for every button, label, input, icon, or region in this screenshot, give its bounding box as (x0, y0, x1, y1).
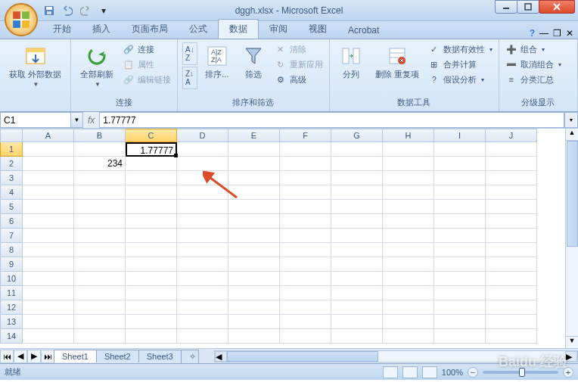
new-sheet-button[interactable]: ✧ (181, 350, 199, 363)
row-header[interactable]: 6 (0, 214, 23, 229)
refresh-all-button[interactable]: 全部刷新 ▼ (76, 42, 118, 89)
cell[interactable] (486, 185, 537, 200)
cell[interactable] (177, 315, 228, 329)
cell[interactable] (177, 142, 228, 157)
view-page-layout-button[interactable] (402, 366, 418, 378)
sheet-tab-1[interactable]: Sheet1 (54, 350, 97, 362)
cell[interactable] (23, 229, 74, 243)
row-header[interactable]: 12 (0, 300, 23, 315)
cell[interactable] (280, 171, 331, 185)
cell[interactable] (331, 243, 383, 257)
cell[interactable] (74, 243, 126, 257)
reapply-button[interactable]: ↻重新应用 (273, 58, 325, 71)
cell[interactable] (486, 286, 537, 300)
cell[interactable] (126, 229, 177, 243)
cell[interactable] (383, 185, 434, 200)
cell[interactable] (23, 315, 74, 329)
cell[interactable] (383, 142, 434, 157)
cell[interactable] (486, 229, 537, 243)
sort-desc-button[interactable]: Z↓A (182, 67, 197, 89)
advanced-button[interactable]: ⚙高级 (273, 73, 325, 86)
cell[interactable] (23, 272, 74, 286)
what-if-button[interactable]: ?假设分析▾ (427, 73, 494, 86)
cell[interactable] (228, 243, 280, 257)
cell[interactable] (486, 200, 537, 214)
cell[interactable] (383, 300, 434, 315)
cell[interactable] (74, 257, 126, 272)
scroll-thumb[interactable] (227, 351, 378, 362)
remove-duplicates-button[interactable]: 删除 重复项 (371, 42, 424, 81)
cell[interactable] (280, 214, 331, 229)
cell[interactable] (434, 272, 486, 286)
cell[interactable] (177, 286, 228, 300)
group-button[interactable]: ➕组合▾ (504, 42, 563, 56)
cell[interactable] (383, 272, 434, 286)
cell[interactable] (280, 142, 331, 157)
zoom-slider[interactable] (483, 371, 558, 374)
cell[interactable] (74, 229, 126, 243)
scroll-thumb[interactable] (567, 141, 578, 247)
column-header[interactable]: B (74, 129, 126, 142)
cell[interactable] (228, 315, 280, 329)
cell[interactable] (177, 243, 228, 257)
column-header[interactable]: I (434, 129, 486, 142)
data-validation-button[interactable]: ✓数据有效性▾ (427, 42, 494, 56)
cell[interactable] (74, 185, 126, 200)
cell[interactable] (74, 286, 126, 300)
tab-formulas[interactable]: 公式 (179, 20, 218, 39)
cell[interactable] (126, 200, 177, 214)
cell[interactable] (434, 229, 486, 243)
column-header[interactable]: F (280, 129, 331, 142)
office-button[interactable] (5, 3, 38, 36)
row-header[interactable]: 5 (0, 200, 23, 214)
cell[interactable] (126, 185, 177, 200)
cell[interactable] (486, 214, 537, 229)
cell[interactable] (434, 200, 486, 214)
cell[interactable] (486, 157, 537, 171)
cell[interactable] (23, 329, 74, 344)
cell[interactable] (486, 329, 537, 344)
sheet-tab-2[interactable]: Sheet2 (96, 350, 139, 362)
cell[interactable] (126, 315, 177, 329)
cell[interactable] (74, 300, 126, 315)
cell[interactable] (331, 214, 383, 229)
column-header[interactable]: H (383, 129, 434, 142)
cell[interactable] (434, 243, 486, 257)
cell[interactable] (280, 315, 331, 329)
ungroup-button[interactable]: ➖取消组合▾ (504, 58, 563, 71)
cell[interactable] (434, 214, 486, 229)
cell[interactable] (228, 200, 280, 214)
cell[interactable] (126, 157, 177, 171)
sheet-nav-prev[interactable]: ◀ (14, 350, 27, 363)
cell[interactable] (23, 200, 74, 214)
row-header[interactable]: 1 (0, 142, 23, 157)
cell[interactable] (177, 214, 228, 229)
cell[interactable] (177, 229, 228, 243)
scroll-left-icon[interactable]: ◀ (215, 351, 227, 362)
cell[interactable] (486, 142, 537, 157)
cell[interactable] (434, 185, 486, 200)
cell[interactable] (23, 300, 74, 315)
cell[interactable] (177, 157, 228, 171)
close-button[interactable] (539, 0, 575, 14)
row-header[interactable]: 10 (0, 272, 23, 286)
cell[interactable] (383, 243, 434, 257)
cell[interactable] (383, 229, 434, 243)
cell[interactable] (434, 157, 486, 171)
row-header[interactable]: 13 (0, 315, 23, 329)
help-icon[interactable]: ? (530, 28, 535, 39)
sort-button[interactable]: A|ZZ|A 排序... (200, 42, 234, 81)
cell[interactable] (126, 300, 177, 315)
column-header[interactable]: E (228, 129, 280, 142)
cell[interactable] (74, 329, 126, 344)
cell[interactable] (434, 171, 486, 185)
horizontal-scrollbar[interactable]: ◀ ▶ (214, 350, 578, 362)
cell[interactable] (280, 286, 331, 300)
scroll-right-icon[interactable]: ▶ (565, 351, 577, 362)
cell[interactable] (434, 286, 486, 300)
cell[interactable] (280, 329, 331, 344)
cell[interactable] (228, 142, 280, 157)
cell[interactable] (23, 142, 74, 157)
cell[interactable] (280, 272, 331, 286)
cell[interactable] (383, 329, 434, 344)
